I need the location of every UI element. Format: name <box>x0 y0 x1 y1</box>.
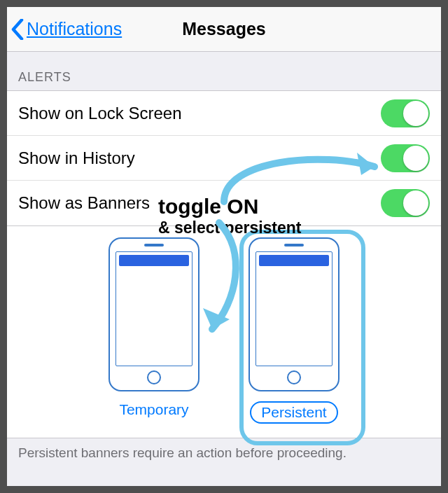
footer-hint: Persistent banners require an action bef… <box>7 438 441 468</box>
toggle-knob <box>403 146 428 171</box>
banner-style-temporary[interactable]: Temporary <box>108 237 200 424</box>
row-label: Show in History <box>18 148 135 168</box>
chevron-left-icon <box>11 19 24 40</box>
toggle-lock-screen[interactable] <box>381 99 430 127</box>
alerts-group: Show on Lock Screen Show in History Show… <box>7 90 441 226</box>
phone-illustration-icon <box>248 237 340 391</box>
row-lock-screen: Show on Lock Screen <box>7 91 441 136</box>
row-label: Show on Lock Screen <box>18 104 181 123</box>
option-label: Persistent <box>250 401 337 424</box>
row-label: Show as Banners <box>18 193 150 213</box>
option-label: Temporary <box>119 401 188 418</box>
banner-style-persistent[interactable]: Persistent <box>248 237 340 424</box>
back-button[interactable]: Notifications <box>7 19 122 40</box>
row-banners: Show as Banners <box>7 181 441 225</box>
row-history: Show in History <box>7 136 441 181</box>
toggle-knob <box>403 101 428 126</box>
banner-style-panel: Temporary Persistent <box>7 226 441 438</box>
phone-illustration-icon <box>108 237 200 391</box>
settings-screen: Notifications Messages ALERTS Show on Lo… <box>7 7 441 486</box>
navigation-bar: Notifications Messages <box>7 7 441 52</box>
toggle-knob <box>403 190 428 216</box>
toggle-history[interactable] <box>381 144 430 172</box>
back-label: Notifications <box>27 19 122 39</box>
toggle-banners[interactable] <box>381 189 430 217</box>
section-header-alerts: ALERTS <box>7 52 441 90</box>
